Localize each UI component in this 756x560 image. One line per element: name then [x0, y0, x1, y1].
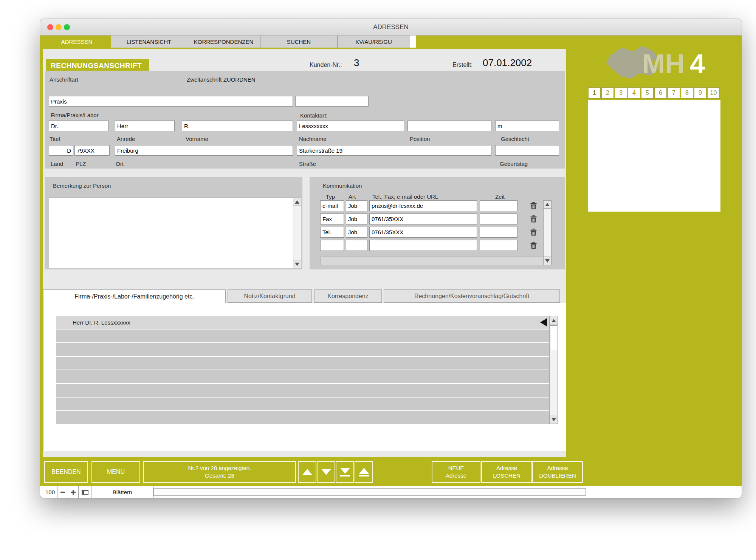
list-item[interactable] — [56, 330, 549, 342]
komm-zeit-input[interactable] — [480, 240, 517, 251]
tab-kv-au-re-gu[interactable]: KV/AU/RE/GU — [338, 36, 410, 48]
list-item[interactable] — [56, 411, 549, 424]
komm-typ-input[interactable] — [320, 227, 344, 238]
nav-previous-button[interactable] — [299, 462, 316, 482]
zoom-out-button[interactable] — [57, 486, 68, 498]
plz-label: PLZ — [76, 161, 86, 167]
page-button-1[interactable]: 1 — [588, 87, 601, 99]
anrede-input[interactable] — [115, 121, 175, 131]
list-item[interactable] — [56, 343, 549, 356]
record-pagination: 1 2 3 4 5 6 7 8 9 10 — [588, 87, 720, 99]
komm-typ-input[interactable] — [320, 213, 344, 224]
page-button-3[interactable]: 3 — [615, 87, 627, 99]
komm-scroll-down-button[interactable] — [543, 257, 552, 265]
tab-listenansicht[interactable]: LISTENANSICHT — [111, 36, 187, 48]
komm-scroll-up-button[interactable] — [543, 200, 552, 209]
zweitanschrift-zuordnen-button[interactable]: Zweitanschrift ZUORDNEN — [187, 76, 256, 83]
delete-entry-button[interactable] — [528, 200, 539, 211]
delete-entry-button[interactable] — [528, 213, 539, 224]
komm-typ-input[interactable] — [320, 240, 344, 251]
window-titlebar: ADRESSEN — [40, 19, 742, 36]
list-item[interactable] — [56, 384, 549, 397]
nav-next-button[interactable] — [318, 462, 335, 482]
komm-zeit-input[interactable] — [480, 213, 517, 224]
geburtstag-input[interactable] — [495, 145, 559, 156]
komm-typ-input[interactable] — [320, 200, 344, 211]
nav-last-button[interactable] — [336, 462, 353, 482]
list-scrollbar-track[interactable] — [549, 325, 558, 415]
app-window: ADRESSEN ADRESSEN LISTENANSICHT KORRESPO… — [40, 19, 742, 498]
komm-art-input[interactable] — [346, 240, 367, 251]
blaettern-button[interactable]: Blättern — [91, 486, 153, 498]
list-item[interactable] — [56, 357, 549, 370]
anschriftart-label: Anschriftart — [50, 76, 78, 83]
beenden-button[interactable]: BEENDEN — [45, 462, 87, 482]
adresse-loeschen-button[interactable]: Adresse LÖSCHEN — [482, 462, 531, 482]
up-arrow-icon — [295, 200, 299, 204]
bemerkung-scroll-up-button[interactable] — [293, 198, 301, 206]
komm-art-input[interactable] — [346, 227, 367, 238]
plz-input[interactable] — [74, 145, 110, 156]
komm-bottom-strip — [320, 257, 543, 265]
bemerkung-scrollbar-track[interactable] — [293, 206, 301, 260]
splitter-button[interactable] — [79, 486, 91, 498]
list-scroll-up-button[interactable] — [549, 316, 558, 325]
logo-text-4: 4 — [690, 49, 705, 79]
komm-zeit-input[interactable] — [480, 200, 517, 211]
page-button-5[interactable]: 5 — [641, 87, 654, 99]
komm-value-input[interactable] — [369, 240, 477, 251]
komm-scrollbar-track[interactable] — [543, 208, 552, 257]
splitter-icon — [82, 490, 88, 495]
zoom-in-button[interactable] — [68, 486, 79, 498]
komm-zeit-input[interactable] — [480, 227, 517, 238]
ort-input[interactable] — [115, 145, 293, 156]
tab-adressen[interactable]: ADRESSEN — [42, 36, 111, 48]
vorname-input[interactable] — [182, 121, 293, 131]
list-item[interactable] — [56, 370, 549, 383]
page-button-4[interactable]: 4 — [628, 87, 640, 99]
list-scroll-down-button[interactable] — [549, 415, 558, 424]
page-button-10[interactable]: 10 — [707, 87, 720, 99]
list-item[interactable]: Herr Dr. R. Lessxxxxxx — [56, 316, 549, 329]
land-input[interactable] — [49, 145, 73, 156]
strasse-input[interactable] — [297, 145, 491, 156]
down-arrow-icon — [295, 263, 299, 266]
komm-art-input[interactable] — [346, 200, 367, 211]
kunden-nr-value: 3 — [354, 57, 359, 69]
page-button-7[interactable]: 7 — [668, 87, 680, 99]
erstellt-label: Erstellt: — [452, 62, 472, 68]
neue-adresse-button[interactable]: NEUE Adresse — [432, 462, 480, 482]
tab-korrespondenzen[interactable]: KORRESPONDENZEN — [187, 36, 260, 48]
zoom-level[interactable]: 100 — [40, 486, 57, 498]
position-input[interactable] — [407, 121, 491, 131]
record-status-line1: Nr.2 von 28 angezeigten. — [188, 464, 251, 472]
bemerkung-scroll-down-button[interactable] — [293, 260, 301, 268]
nav-first-button[interactable] — [355, 462, 372, 482]
section-title-rechnungsanschrift: RECHNUNGSANSCHRIFT — [46, 59, 149, 72]
bemerkung-textarea[interactable] — [49, 198, 294, 268]
adresse-doublieren-button[interactable]: Adresse DOUBLIEREN — [533, 462, 582, 482]
nachname-input[interactable] — [297, 121, 404, 131]
kontaktart-input[interactable] — [295, 96, 369, 107]
menue-button[interactable]: MENÜ — [92, 462, 139, 482]
tab-suchen[interactable]: SUCHEN — [260, 36, 338, 48]
komm-value-input[interactable] — [369, 227, 477, 238]
geschlecht-input[interactable] — [495, 121, 559, 131]
page-button-2[interactable]: 2 — [601, 87, 614, 99]
delete-entry-button[interactable] — [528, 240, 539, 251]
page-button-6[interactable]: 6 — [654, 87, 667, 99]
tab-rechnungen[interactable]: Rechnungen/Kostenvoranschlag/Gutschrift — [384, 289, 560, 303]
list-item[interactable] — [56, 398, 549, 410]
tab-notiz-kontaktgrund[interactable]: Notiz/Kontaktgrund — [228, 289, 312, 303]
firma-input[interactable] — [49, 96, 293, 107]
delete-entry-button[interactable] — [528, 227, 539, 237]
list-scrollbar-thumb[interactable] — [550, 325, 557, 350]
komm-value-input[interactable] — [369, 213, 477, 224]
tab-korrespondenz[interactable]: Korrespondenz — [314, 289, 382, 303]
komm-art-input[interactable] — [346, 213, 367, 224]
page-button-8[interactable]: 8 — [681, 87, 693, 99]
titel-input[interactable] — [49, 121, 108, 131]
tab-firma-praxis-labor[interactable]: Firma-/Praxis-/Labor-/Familienzugehörig … — [43, 289, 226, 303]
page-button-9[interactable]: 9 — [694, 87, 706, 99]
komm-value-input[interactable] — [369, 200, 477, 211]
